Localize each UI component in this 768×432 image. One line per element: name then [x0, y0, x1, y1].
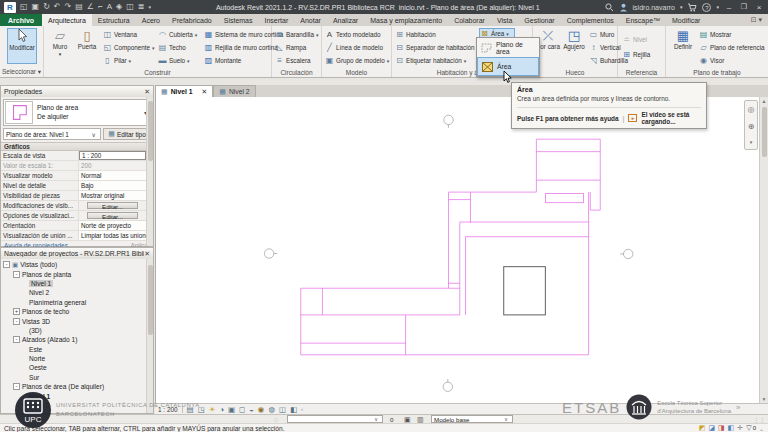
- prop-row[interactable]: Nivel de detalleBajo: [1, 181, 146, 191]
- properties-scrollbar[interactable]: [146, 97, 153, 246]
- panel-label-circulacion[interactable]: Circulación: [272, 69, 321, 76]
- vertical-scrollbar[interactable]: ▲ ▼: [759, 97, 767, 403]
- edit-display-options-button[interactable]: Editar...: [87, 212, 138, 219]
- scroll-up-arrow[interactable]: ▲: [760, 97, 768, 105]
- tree-item-nivel-2[interactable]: Nivel 2: [1, 288, 153, 297]
- model-group-button[interactable]: ▣Grupo de modelo▾: [325, 55, 389, 66]
- scroll-down-arrow[interactable]: ▼: [760, 395, 768, 403]
- floor-button[interactable]: ▬Suelo▾: [158, 55, 198, 66]
- dormer-opening-button[interactable]: ◹Buhardilla: [589, 55, 619, 66]
- tree-item-planimetria[interactable]: Planimetría general: [1, 298, 153, 307]
- temporary-view-properties-icon[interactable]: ◫: [279, 405, 286, 414]
- tab-masa-y-emplazamiento[interactable]: Masa y emplazamiento: [364, 14, 448, 26]
- tab-vista[interactable]: Vista: [491, 14, 518, 26]
- tab-modificar[interactable]: Modificar: [666, 14, 706, 26]
- tab-arquitectura[interactable]: Arquitectura: [42, 14, 92, 26]
- select-links-icon[interactable]: ◩: [699, 424, 706, 432]
- view-tab-close-icon[interactable]: ✕: [202, 88, 208, 96]
- 3d-view-icon[interactable]: ◈: [116, 2, 122, 12]
- show-work-plane-button[interactable]: ▤Mostrar: [699, 29, 765, 40]
- text-icon[interactable]: A: [107, 2, 112, 12]
- vcb-expand-arrow[interactable]: ‹: [301, 406, 303, 412]
- browser-scrollbar[interactable]: [146, 259, 153, 413]
- tab-archivo[interactable]: Archivo: [0, 14, 42, 26]
- sun-path-icon[interactable]: ☀: [209, 405, 216, 414]
- analytical-model-icon[interactable]: ◧: [290, 405, 297, 414]
- panel-label-construir[interactable]: Construir: [44, 69, 271, 76]
- prop-row[interactable]: Modificaciones de visib...Editar...: [1, 201, 146, 211]
- panel-label-referencia[interactable]: Referencia: [618, 69, 665, 76]
- tab-enscape[interactable]: Enscape™: [620, 14, 666, 26]
- stair-button[interactable]: ≡Escalera: [275, 55, 319, 66]
- room-separator-button[interactable]: ⊟Separador de habitación: [395, 42, 479, 53]
- app-store-cart-icon[interactable]: [687, 3, 697, 12]
- viewer-button[interactable]: ◉Visor: [699, 55, 765, 66]
- select-underlay-icon[interactable]: ◪: [708, 424, 715, 432]
- tag-room-button[interactable]: ⊡Etiquetar habitación▾: [395, 55, 479, 66]
- ramp-button[interactable]: ◺Rampa: [275, 42, 315, 53]
- signed-in-user[interactable]: isidro.navarro: [633, 4, 675, 11]
- project-browser-close-icon[interactable]: ✕: [144, 250, 150, 258]
- prop-row[interactable]: Visualizar modeloNormal: [1, 171, 146, 181]
- zoom-icon[interactable]: ⊕: [748, 122, 755, 131]
- panel-label-seleccionar[interactable]: Seleccionar ▾: [0, 68, 43, 76]
- element-selector[interactable]: Plano de área: Nivel 1 ∨: [3, 128, 101, 140]
- curtain-system-button[interactable]: ▦Sistema de muro cortina: [204, 29, 270, 40]
- tab-sistemas[interactable]: Sistemas: [218, 14, 259, 26]
- prop-row[interactable]: Valor de escala 1:200: [1, 161, 146, 171]
- tab-complementos[interactable]: Complementos: [561, 14, 620, 26]
- shaft-opening-button[interactable]: ◳ Agujero: [561, 28, 587, 64]
- menu-item-plano-de-area[interactable]: Plano de área: [477, 38, 539, 57]
- prop-row[interactable]: Opciones de visualizaci...Editar...: [1, 211, 146, 221]
- properties-header[interactable]: Propiedades ✕: [1, 86, 153, 97]
- tab-colaborar[interactable]: Colaborar: [448, 14, 491, 26]
- section-graficos[interactable]: Gráficos ⌃: [1, 142, 153, 151]
- panel-label-modelo[interactable]: Modelo: [322, 69, 391, 76]
- reveal-hidden-elements-icon[interactable]: ◉: [258, 405, 265, 414]
- redo-icon[interactable]: ↷: [65, 2, 72, 12]
- help-menu-arrow[interactable]: ▾: [716, 4, 719, 10]
- workset-combo[interactable]: ∨: [287, 415, 383, 423]
- tab-acero[interactable]: Acero: [136, 14, 166, 26]
- roof-button[interactable]: ◠Cubierta▾: [158, 29, 202, 40]
- project-browser-header[interactable]: Navegador de proyectos - RV.S2.DR.PR1 Bi…: [1, 248, 153, 259]
- edit-visibility-button[interactable]: Editar...: [87, 202, 138, 209]
- properties-close-icon[interactable]: ✕: [144, 88, 150, 96]
- panel-label-plano-de-trabajo[interactable]: Plano de trabajo: [666, 69, 768, 76]
- select-by-face-icon[interactable]: ◧: [728, 424, 735, 432]
- temporary-hide-isolate-icon[interactable]: ◒: [249, 405, 254, 414]
- search-icon[interactable]: [605, 3, 614, 12]
- scale-input[interactable]: 1 : 200: [79, 151, 146, 160]
- modify-button[interactable]: Modificar: [7, 28, 37, 64]
- ribbon-options-icon[interactable]: ⊡ ▾: [745, 14, 768, 26]
- show-crop-region-icon[interactable]: ◻: [239, 405, 245, 414]
- sync-icon[interactable]: ↻: [43, 2, 50, 12]
- tree-item-planos-de-planta[interactable]: -Planos de planta: [1, 269, 153, 278]
- tree-item-vistas[interactable]: -▣Vistas (todo): [1, 260, 153, 269]
- wall-button[interactable]: ▱ Muro▾: [47, 28, 73, 64]
- prop-row[interactable]: Escala de vista1 : 200: [1, 151, 146, 161]
- tree-item-este[interactable]: Este: [1, 345, 153, 354]
- view-tab-nivel-1[interactable]: ▦ Nivel 1 ✕: [155, 85, 213, 97]
- model-line-button[interactable]: ╱Línea de modelo: [325, 42, 389, 53]
- set-work-plane-button[interactable]: ▦ Definir: [670, 28, 696, 64]
- drawing-area[interactable]: [155, 97, 759, 403]
- navigation-bar[interactable]: ◎ ⊕ ▾: [744, 100, 758, 150]
- close-button[interactable]: ×: [754, 3, 764, 12]
- section-icon[interactable]: ◫: [126, 2, 134, 12]
- tab-gestionar[interactable]: Gestionar: [518, 14, 560, 26]
- filter-icon[interactable]: ▽: [746, 424, 751, 432]
- tab-insertar[interactable]: Insertar: [259, 14, 295, 26]
- qat-customize-arrow[interactable]: ▾: [148, 2, 151, 12]
- vertical-opening-button[interactable]: ↕Vertical: [589, 42, 617, 53]
- tree-item-sur[interactable]: Sur: [1, 373, 153, 382]
- revit-logo-icon[interactable]: R: [4, 2, 16, 13]
- restore-button[interactable]: ❒: [739, 3, 749, 11]
- prop-row[interactable]: OrientaciónNorte de proyecto: [1, 221, 146, 231]
- worksharing-display-icon[interactable]: ◍: [268, 405, 275, 414]
- tab-prefabricado[interactable]: Prefabricado: [166, 14, 218, 26]
- tree-item-planos-de-techo[interactable]: +Planos de techo: [1, 307, 153, 316]
- mullion-button[interactable]: ▨Montante: [204, 55, 254, 66]
- thin-lines-icon[interactable]: ≣: [138, 2, 145, 12]
- room-button[interactable]: ⊞Habitación: [395, 29, 475, 40]
